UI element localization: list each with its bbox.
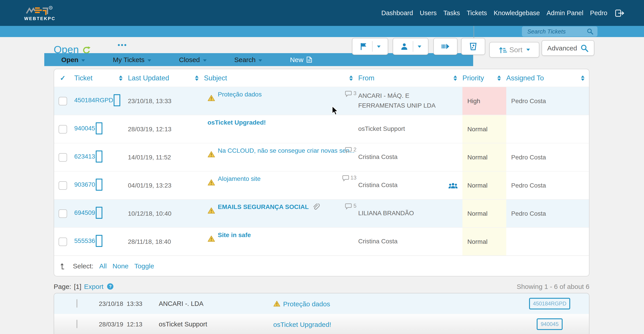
warning-icon <box>273 301 280 307</box>
assigned-cell <box>506 228 590 255</box>
assigned-cell: Pedro Costa <box>506 171 590 199</box>
queue-tabbar: Open My Tickets Closed Search New <box>44 53 473 66</box>
logout-icon[interactable] <box>615 9 624 17</box>
ticket-subject-link[interactable]: osTicket Upgraded! <box>273 320 331 328</box>
tab-my-tickets[interactable]: My Tickets <box>113 56 152 63</box>
col-header-last-updated[interactable]: Last Updated <box>128 69 204 87</box>
tab-open[interactable]: Open <box>61 56 85 63</box>
flag-priority-button[interactable] <box>352 38 388 55</box>
sort-button[interactable]: Sort <box>489 42 539 58</box>
ticket-subject-link[interactable]: Proteção dados <box>283 300 330 308</box>
select-none-link[interactable]: None <box>112 262 128 270</box>
ticket-subject-link[interactable]: Proteção dados <box>218 91 262 98</box>
svg-text:®: ® <box>50 6 52 9</box>
brand-logo[interactable]: ® WEBTEKPC <box>24 5 56 21</box>
tab-search[interactable]: Search <box>234 56 262 63</box>
ticket-subject-link[interactable]: Na CCLOUD, não se consegue criar novas s… <box>218 147 355 154</box>
nav-admin-panel[interactable]: Admin Panel <box>546 9 583 16</box>
advanced-search-button[interactable]: Advanced <box>542 40 594 56</box>
thread-count: 5 <box>345 203 356 210</box>
tab-new-ticket[interactable]: New <box>290 56 312 63</box>
ticket-number-link[interactable]: 903670 <box>74 181 95 188</box>
sort-arrows-icon[interactable] <box>195 75 198 81</box>
ticket-row: 903670 04/01/19, 13:23 Alojamento site 1… <box>54 171 589 199</box>
ticket-number-badge[interactable]: 450184RGPD <box>529 298 570 310</box>
search-input[interactable] <box>522 28 587 35</box>
assigned-cell: Pedro Costa <box>506 200 590 227</box>
row-checkbox[interactable] <box>58 237 67 246</box>
ticket-search-box[interactable] <box>522 26 598 37</box>
queue-overflow-menu[interactable]: ••• <box>118 41 128 49</box>
chevron-down-icon[interactable] <box>418 45 421 48</box>
nav-knowledgebase[interactable]: Knowledgebase <box>494 9 540 16</box>
sort-arrows-icon[interactable] <box>581 75 584 81</box>
page-number[interactable]: [1] <box>74 283 81 290</box>
warning-icon <box>208 207 215 214</box>
assigned-cell: Pedro Costa <box>506 87 590 115</box>
brand-name: WEBTEKPC <box>24 16 56 21</box>
ticket-subject-link[interactable]: Alojamento site <box>218 175 260 182</box>
chevron-down-icon[interactable] <box>259 59 262 62</box>
phone-icon <box>96 207 102 219</box>
tab-closed[interactable]: Closed <box>179 56 206 63</box>
showing-count: Showing 1 - 6 of about 6 <box>517 283 590 290</box>
chevron-down-icon[interactable] <box>526 49 530 51</box>
chevron-down-icon[interactable] <box>203 59 206 62</box>
subject-cell: osTicket Upgraded! <box>204 115 358 143</box>
last-updated-cell: 23/10/18, 13:33 <box>128 87 204 115</box>
chevron-down-icon[interactable] <box>148 59 151 62</box>
ticket-number-badge[interactable]: 940045 <box>537 318 562 330</box>
col-header-priority[interactable]: Priority <box>462 69 506 87</box>
priority-cell: Normal <box>462 143 506 171</box>
transfer-button[interactable] <box>433 38 458 55</box>
select-all-check[interactable]: ✓ <box>54 69 74 87</box>
ticket-number-link[interactable]: 940045 <box>74 125 95 132</box>
thread-count-value: 13 <box>350 174 356 181</box>
assign-agent-button[interactable] <box>393 38 428 55</box>
sort-arrows-icon[interactable] <box>454 75 457 81</box>
ticket-number-link[interactable]: 623413 <box>74 153 95 160</box>
row-checkbox[interactable] <box>58 125 67 133</box>
select-toggle-link[interactable]: Toggle <box>134 262 154 270</box>
row-checkbox[interactable] <box>58 153 67 162</box>
select-all-link[interactable]: All <box>99 262 107 270</box>
sort-arrows-icon[interactable] <box>497 75 501 81</box>
col-header-from[interactable]: From <box>358 69 462 87</box>
row-checkbox[interactable] <box>58 181 67 189</box>
ticket-subject-link[interactable]: Site in safe <box>218 231 251 238</box>
chevron-down-icon[interactable] <box>377 45 380 48</box>
nav-profile-pedro[interactable]: Pedro <box>590 9 607 16</box>
ticket-number-link[interactable]: 450184RGPD <box>74 96 113 104</box>
nav-users[interactable]: Users <box>420 9 437 16</box>
divider <box>372 41 372 52</box>
nav-tickets[interactable]: Tickets <box>467 9 487 16</box>
col-header-subject[interactable]: Subject <box>204 69 358 87</box>
subject-cell: Alojamento site 13 <box>204 171 358 199</box>
sort-arrows-icon[interactable] <box>119 75 122 81</box>
search-icon[interactable] <box>587 28 594 35</box>
row-checkbox[interactable] <box>58 209 67 218</box>
ticket-subject-link[interactable]: EMAILS SEGURANÇA SOCIAL <box>218 203 309 210</box>
delete-button[interactable] <box>461 38 485 55</box>
help-icon[interactable]: ? <box>107 283 114 290</box>
last-updated-cell: 10/12/18, 10:40 <box>128 200 204 227</box>
svg-text:?: ? <box>109 284 112 289</box>
ticket-row: 623413 14/01/19, 11:52 Na CCLOUD, não se… <box>54 143 589 171</box>
ticket-number-link[interactable]: 694509 <box>74 209 95 216</box>
nav-dashboard[interactable]: Dashboard <box>381 9 413 16</box>
ticket-number-link[interactable]: 555536 <box>74 237 95 244</box>
thread-count-value: 5 <box>354 203 356 209</box>
row-checkbox[interactable] <box>76 320 77 328</box>
row-checkbox[interactable] <box>76 299 77 308</box>
sort-arrows-icon[interactable] <box>349 75 353 81</box>
phone-icon <box>114 94 120 106</box>
col-header-ticket[interactable]: Ticket <box>74 69 128 87</box>
thread-count: 3 <box>345 90 356 97</box>
export-link[interactable]: Export <box>84 283 104 290</box>
col-header-assigned-to[interactable]: Assigned To <box>506 69 590 87</box>
chevron-down-icon[interactable] <box>82 59 85 62</box>
ticket-subject-link[interactable]: osTicket Upgraded! <box>208 119 266 126</box>
row-checkbox[interactable] <box>58 97 67 105</box>
thread-count: 2 <box>345 147 356 154</box>
nav-tasks[interactable]: Tasks <box>444 9 460 16</box>
